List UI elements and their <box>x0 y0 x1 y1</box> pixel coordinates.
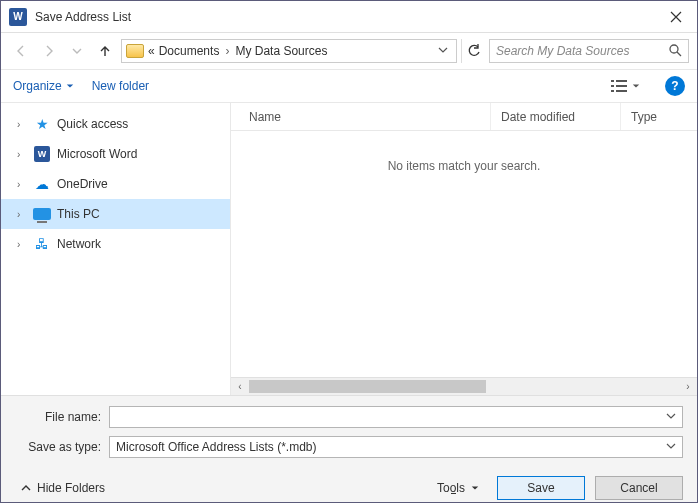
arrow-right-icon <box>42 44 56 58</box>
breadcrumb-separator: › <box>223 44 231 58</box>
empty-list-message: No items match your search. <box>231 131 697 377</box>
search-box[interactable] <box>489 39 689 63</box>
sidebar-item-label: Network <box>57 237 101 251</box>
tools-label: Tools <box>437 481 465 495</box>
save-type-dropdown[interactable] <box>666 440 676 454</box>
file-list-area: Name Date modified Type No items match y… <box>231 103 697 395</box>
cancel-button[interactable]: Cancel <box>595 476 683 500</box>
chevron-down-icon <box>66 82 74 90</box>
expand-caret-icon[interactable]: › <box>17 149 27 160</box>
chevron-down-icon <box>666 411 676 421</box>
horizontal-scrollbar[interactable]: ‹ › <box>231 377 697 395</box>
footer-row: Hide Folders Tools Save Cancel <box>15 466 683 503</box>
toolbar: Organize New folder ? <box>1 69 697 103</box>
sidebar-item-this-pc[interactable]: › This PC <box>1 199 230 229</box>
file-name-label: File name: <box>15 410 101 424</box>
view-options-button[interactable] <box>603 76 647 96</box>
svg-rect-3 <box>611 85 614 87</box>
close-icon <box>670 11 682 23</box>
save-panel: File name: Save as type: Microsoft Offic… <box>1 395 697 503</box>
sidebar-item-label: Microsoft Word <box>57 147 137 161</box>
address-dropdown[interactable] <box>434 44 452 58</box>
folder-icon <box>126 44 144 58</box>
scroll-left-icon[interactable]: ‹ <box>231 378 249 395</box>
svg-point-0 <box>670 45 678 53</box>
refresh-button[interactable] <box>461 39 485 63</box>
star-icon: ★ <box>33 116 51 132</box>
word-icon: W <box>33 146 51 162</box>
up-button[interactable] <box>93 39 117 63</box>
column-header-date[interactable]: Date modified <box>491 103 621 130</box>
chevron-down-icon <box>666 441 676 451</box>
help-icon: ? <box>671 79 678 93</box>
scroll-thumb[interactable] <box>249 380 486 393</box>
tools-button[interactable]: Tools <box>429 477 487 499</box>
new-folder-label: New folder <box>92 79 149 93</box>
nav-bar: « Documents › My Data Sources <box>1 33 697 69</box>
breadcrumb-prefix: « <box>148 44 155 58</box>
expand-caret-icon[interactable]: › <box>17 209 27 220</box>
svg-rect-1 <box>611 80 614 82</box>
save-button[interactable]: Save <box>497 476 585 500</box>
network-icon: 🖧 <box>33 236 51 252</box>
cloud-icon: ☁ <box>33 176 51 192</box>
breadcrumb-seg-mydatasources[interactable]: My Data Sources <box>235 44 327 58</box>
sidebar-item-onedrive[interactable]: › ☁ OneDrive <box>1 169 230 199</box>
chevron-up-icon <box>21 483 31 493</box>
hide-folders-button[interactable]: Hide Folders <box>15 481 105 495</box>
list-view-icon <box>610 79 628 93</box>
breadcrumb-seg-documents[interactable]: Documents <box>159 44 220 58</box>
navigation-tree: › ★ Quick access › W Microsoft Word › ☁ … <box>1 103 231 395</box>
address-bar[interactable]: « Documents › My Data Sources <box>121 39 457 63</box>
save-as-type-value: Microsoft Office Address Lists (*.mdb) <box>116 440 317 454</box>
forward-button[interactable] <box>37 39 61 63</box>
save-as-type-label: Save as type: <box>15 440 101 454</box>
title-bar: W Save Address List <box>1 1 697 33</box>
back-button[interactable] <box>9 39 33 63</box>
file-name-input[interactable] <box>109 406 683 428</box>
help-button[interactable]: ? <box>665 76 685 96</box>
refresh-icon <box>467 44 481 58</box>
hide-folders-label: Hide Folders <box>37 481 105 495</box>
new-folder-button[interactable]: New folder <box>92 79 149 93</box>
scroll-track[interactable] <box>249 378 679 395</box>
svg-rect-2 <box>616 80 627 82</box>
sidebar-item-network[interactable]: › 🖧 Network <box>1 229 230 259</box>
close-button[interactable] <box>655 1 697 33</box>
arrow-left-icon <box>14 44 28 58</box>
word-app-icon: W <box>9 8 27 26</box>
expand-caret-icon[interactable]: › <box>17 179 27 190</box>
svg-rect-5 <box>611 90 614 92</box>
search-input[interactable] <box>496 44 662 58</box>
organize-label: Organize <box>13 79 62 93</box>
save-as-type-select[interactable]: Microsoft Office Address Lists (*.mdb) <box>109 436 683 458</box>
chevron-down-icon <box>438 45 448 55</box>
svg-rect-4 <box>616 85 627 87</box>
sidebar-item-label: Quick access <box>57 117 128 131</box>
chevron-down-icon <box>632 82 640 90</box>
sidebar-item-quick-access[interactable]: › ★ Quick access <box>1 109 230 139</box>
expand-caret-icon[interactable]: › <box>17 239 27 250</box>
window-title: Save Address List <box>35 10 655 24</box>
chevron-down-icon <box>471 484 479 492</box>
sidebar-item-label: OneDrive <box>57 177 108 191</box>
search-icon <box>668 43 682 60</box>
arrow-up-icon <box>98 44 112 58</box>
scroll-right-icon[interactable]: › <box>679 378 697 395</box>
sidebar-item-label: This PC <box>57 207 100 221</box>
body-area: › ★ Quick access › W Microsoft Word › ☁ … <box>1 103 697 395</box>
organize-button[interactable]: Organize <box>13 79 74 93</box>
monitor-icon <box>33 206 51 222</box>
chevron-down-icon <box>72 46 82 56</box>
expand-caret-icon[interactable]: › <box>17 119 27 130</box>
svg-rect-6 <box>616 90 627 92</box>
column-header-row: Name Date modified Type <box>231 103 697 131</box>
column-header-type[interactable]: Type <box>621 103 697 130</box>
column-header-name[interactable]: Name <box>231 103 491 130</box>
file-name-dropdown[interactable] <box>666 410 676 424</box>
recent-dropdown[interactable] <box>65 39 89 63</box>
sidebar-item-microsoft-word[interactable]: › W Microsoft Word <box>1 139 230 169</box>
